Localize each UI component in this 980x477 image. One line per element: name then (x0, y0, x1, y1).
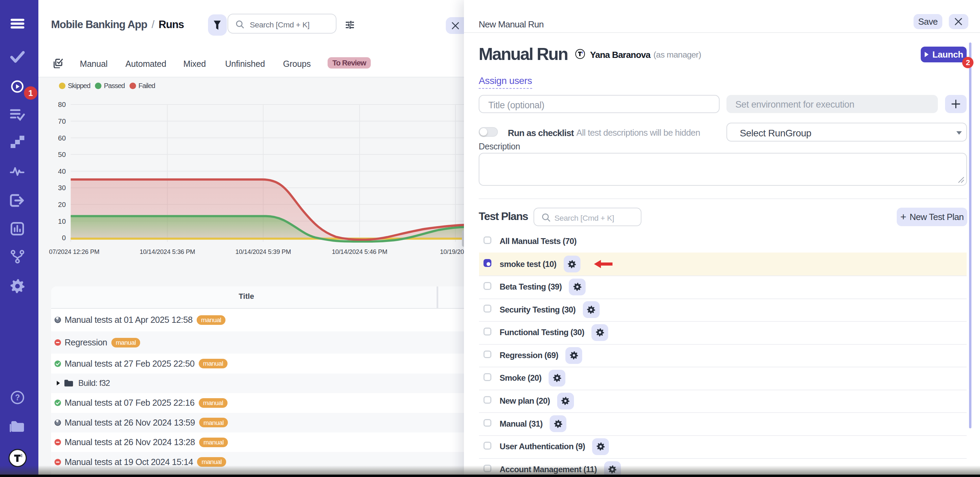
svg-text:0: 0 (62, 234, 66, 242)
svg-text:60: 60 (58, 134, 66, 142)
svg-text:50: 50 (58, 151, 66, 158)
svg-text:07/2024 12:26 PM: 07/2024 12:26 PM (49, 248, 99, 255)
svg-text:10: 10 (58, 218, 66, 225)
svg-text:10/14/2024 5:39 PM: 10/14/2024 5:39 PM (235, 248, 291, 255)
svg-text:?: ? (15, 393, 20, 402)
svg-text:40: 40 (58, 168, 66, 175)
svg-text:80: 80 (58, 101, 66, 108)
svg-text:10/14/2024 5:46 PM: 10/14/2024 5:46 PM (332, 248, 387, 255)
svg-text:20: 20 (58, 201, 66, 208)
svg-text:70: 70 (58, 118, 66, 125)
svg-text:30: 30 (58, 184, 66, 192)
svg-text:10/14/2024 5:36 PM: 10/14/2024 5:36 PM (140, 248, 195, 255)
svg-text:10/19/2024: 10/19/2024 (440, 248, 467, 255)
